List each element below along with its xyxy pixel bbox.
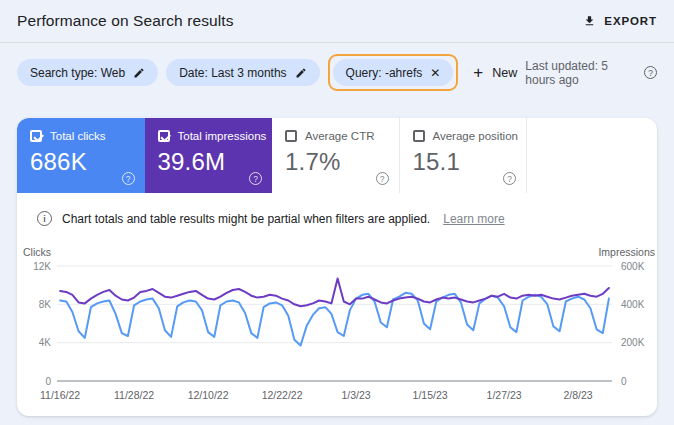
svg-text:0: 0 — [621, 376, 627, 387]
query-filter-highlight: Query: -ahrefs ✕ — [328, 54, 459, 91]
svg-text:600K: 600K — [621, 261, 645, 272]
close-icon[interactable]: ✕ — [430, 67, 440, 79]
svg-text:1/3/23: 1/3/23 — [341, 389, 370, 401]
page-title: Performance on Search results — [17, 12, 234, 30]
help-icon[interactable]: ? — [376, 172, 389, 185]
metric-card-header: Average position — [413, 130, 527, 142]
export-button[interactable]: EXPORT — [583, 14, 657, 28]
checkbox-icon[interactable] — [285, 130, 297, 142]
content-panel: Total clicks 686K ? Total impressions 39… — [17, 118, 657, 416]
metric-card-total-clicks[interactable]: Total clicks 686K ? — [17, 118, 145, 193]
performance-page: Performance on Search results EXPORT Sea… — [0, 0, 674, 425]
metric-card-header: Total impressions — [158, 130, 273, 142]
notice-text: Chart totals and table results might be … — [62, 212, 430, 226]
download-icon — [583, 14, 596, 28]
svg-text:1/15/23: 1/15/23 — [413, 389, 448, 401]
metric-card-header: Average CTR — [285, 130, 399, 142]
metric-card-header: Total clicks — [30, 130, 145, 142]
help-icon[interactable]: ? — [644, 66, 657, 79]
svg-text:2/8/23: 2/8/23 — [563, 389, 592, 401]
plus-icon: + — [473, 64, 483, 81]
info-icon: i — [37, 211, 52, 226]
query-filter-chip-label: Query: -ahrefs — [346, 66, 423, 80]
svg-text:12/10/22: 12/10/22 — [188, 389, 229, 401]
svg-text:12K: 12K — [33, 261, 51, 272]
edit-icon — [133, 67, 145, 79]
last-updated: Last updated: 5 hours ago ? — [525, 59, 657, 87]
metric-label: Average position — [433, 130, 518, 142]
learn-more-link[interactable]: Learn more — [443, 212, 504, 226]
filter-bar: Search type: Web Date: Last 3 months Que… — [0, 54, 674, 91]
checkbox-icon[interactable] — [158, 130, 170, 142]
search-type-chip-label: Search type: Web — [30, 66, 125, 80]
svg-text:Clicks: Clicks — [23, 248, 51, 258]
svg-text:4K: 4K — [39, 337, 52, 348]
query-filter-chip[interactable]: Query: -ahrefs ✕ — [333, 59, 454, 86]
metric-card-average-position[interactable]: Average position 15.1 ? — [400, 118, 528, 193]
svg-text:11/28/22: 11/28/22 — [114, 389, 154, 401]
checkbox-icon[interactable] — [413, 130, 425, 142]
performance-chart[interactable]: 12K600K8K400K4K200K00ClicksImpressions11… — [17, 248, 657, 406]
svg-text:Impressions: Impressions — [598, 248, 655, 258]
help-icon[interactable]: ? — [122, 172, 135, 185]
new-filter-label: New — [492, 66, 517, 80]
page-header: Performance on Search results EXPORT — [0, 0, 674, 43]
help-icon[interactable]: ? — [249, 172, 262, 185]
svg-text:400K: 400K — [621, 299, 645, 310]
export-label: EXPORT — [604, 15, 657, 27]
filter-notice: i Chart totals and table results might b… — [37, 211, 657, 226]
svg-text:1/27/23: 1/27/23 — [487, 389, 522, 401]
svg-text:200K: 200K — [621, 337, 645, 348]
metric-card-average-ctr[interactable]: Average CTR 1.7% ? — [272, 118, 400, 193]
metric-label: Total clicks — [50, 130, 106, 142]
svg-text:12/22/22: 12/22/22 — [262, 389, 303, 401]
svg-text:0: 0 — [45, 376, 51, 387]
edit-icon — [295, 67, 307, 79]
svg-text:11/16/22: 11/16/22 — [40, 389, 80, 401]
new-filter-button[interactable]: + New — [473, 64, 517, 81]
checkbox-icon[interactable] — [30, 130, 42, 142]
metric-label: Total impressions — [178, 130, 267, 142]
metric-card-total-impressions[interactable]: Total impressions 39.6M ? — [145, 118, 273, 193]
svg-text:8K: 8K — [39, 299, 52, 310]
help-icon[interactable]: ? — [503, 172, 516, 185]
date-filter-chip[interactable]: Date: Last 3 months — [166, 59, 319, 86]
search-type-chip[interactable]: Search type: Web — [17, 59, 158, 86]
metric-label: Average CTR — [305, 130, 374, 142]
metric-cards: Total clicks 686K ? Total impressions 39… — [17, 118, 657, 193]
date-filter-chip-label: Date: Last 3 months — [179, 66, 286, 80]
last-updated-text: Last updated: 5 hours ago — [525, 59, 638, 87]
